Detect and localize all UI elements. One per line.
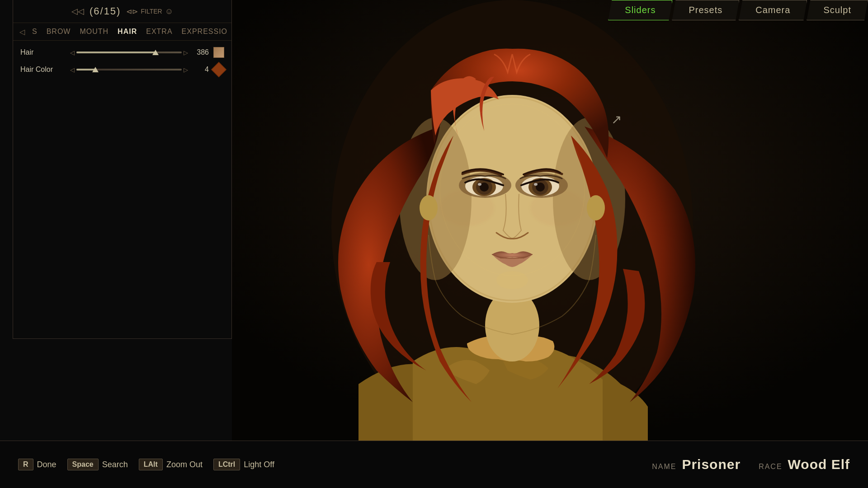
nav-sculpt-button[interactable]: Sculpt bbox=[807, 0, 868, 20]
character-race-value: Wood Elf bbox=[788, 457, 850, 472]
hair-color-slider-thumb[interactable] bbox=[92, 67, 99, 72]
character-portrait-svg bbox=[232, 0, 868, 441]
svg-point-22 bbox=[534, 183, 538, 186]
svg-point-23 bbox=[496, 271, 528, 289]
zoom-label: Zoom Out bbox=[166, 460, 203, 469]
hair-slider-label: Hair bbox=[20, 48, 66, 56]
filter-label[interactable]: FILTER bbox=[141, 8, 162, 15]
search-keybind: Space Search bbox=[67, 459, 128, 470]
tab-extra[interactable]: EXTRA bbox=[142, 27, 176, 37]
name-key-label: NAME bbox=[652, 463, 676, 471]
hair-color-slider-container: ◁ ▷ bbox=[70, 66, 188, 73]
character-background: ↗ bbox=[232, 0, 868, 441]
hair-slider-container: ◁ ▷ bbox=[70, 49, 188, 56]
sliders-area: Hair ◁ ▷ 386 Hair Color ◁ ▷ 4 bbox=[13, 41, 231, 88]
hair-slider-right-arrow[interactable]: ▷ bbox=[184, 49, 188, 56]
race-key-label: RACE bbox=[759, 463, 782, 471]
tab-hair[interactable]: HAIR bbox=[114, 27, 141, 37]
character-info-area: NAME Prisoner RACE Wood Elf bbox=[652, 457, 850, 472]
space-key: Space bbox=[67, 459, 99, 470]
svg-point-10 bbox=[587, 195, 605, 221]
tab-mouth[interactable]: MOUTH bbox=[76, 27, 112, 37]
done-label: Done bbox=[37, 460, 57, 469]
hair-color-slider-right-arrow[interactable]: ▷ bbox=[184, 66, 188, 73]
hair-slider-thumb[interactable] bbox=[152, 50, 159, 55]
nav-sliders-button[interactable]: Sliders bbox=[608, 0, 672, 20]
hair-slider-track[interactable] bbox=[76, 52, 182, 53]
character-name-value: Prisoner bbox=[682, 457, 741, 472]
nav-camera-button[interactable]: Camera bbox=[739, 0, 807, 20]
svg-point-9 bbox=[420, 195, 438, 221]
light-label: Light Off bbox=[244, 460, 274, 469]
done-keybind: R Done bbox=[18, 459, 57, 470]
hair-color-swatch bbox=[211, 62, 226, 77]
counter-header: ◁◁ (6/15) ⊲⊳ FILTER ☺ bbox=[13, 0, 231, 23]
filter-face-icon: ☺ bbox=[165, 7, 173, 16]
nav-presets-button[interactable]: Presets bbox=[672, 0, 739, 20]
counter-display: (6/15) bbox=[90, 5, 121, 17]
character-name-group: NAME Prisoner bbox=[652, 457, 741, 472]
hair-color-slider-row: Hair Color ◁ ▷ 4 bbox=[20, 64, 224, 75]
bottom-bar: R Done Space Search LAlt Zoom Out LCtrl … bbox=[0, 441, 868, 488]
hair-slider-value: 386 bbox=[193, 48, 209, 56]
top-nav: Sliders Presets Camera Sculpt bbox=[609, 0, 868, 20]
zoom-keybind: LAlt Zoom Out bbox=[139, 459, 203, 470]
character-race-group: RACE Wood Elf bbox=[759, 457, 850, 472]
left-panel: ◁◁ (6/15) ⊲⊳ FILTER ☺ ◁ S BROW MOUTH HAI… bbox=[13, 0, 232, 339]
lalt-key: LAlt bbox=[139, 459, 163, 470]
hair-slider-row: Hair ◁ ▷ 386 bbox=[20, 47, 224, 58]
hair-color-slider-value: 4 bbox=[193, 66, 209, 74]
hair-slider-left-arrow[interactable]: ◁ bbox=[70, 49, 75, 56]
svg-point-18 bbox=[478, 183, 481, 186]
light-keybind: LCtrl Light Off bbox=[213, 459, 274, 470]
tab-prev-arrow[interactable]: ◁ bbox=[18, 28, 27, 36]
hair-color-preview bbox=[213, 47, 224, 58]
tab-bar: ◁ S BROW MOUTH HAIR EXTRA EXPRESSIO ▷ bbox=[13, 23, 231, 41]
hair-color-slider-label: Hair Color bbox=[20, 66, 66, 74]
keybinds-area: R Done Space Search LAlt Zoom Out LCtrl … bbox=[18, 459, 652, 470]
tab-brow[interactable]: BROW bbox=[43, 27, 75, 37]
hair-color-slider-track[interactable] bbox=[76, 69, 182, 70]
tab-expression[interactable]: EXPRESSIO bbox=[178, 27, 231, 37]
filter-icon: ⊲⊳ bbox=[126, 7, 138, 16]
tab-s[interactable]: S bbox=[28, 27, 41, 37]
search-label: Search bbox=[102, 460, 128, 469]
filter-area: ⊲⊳ FILTER ☺ bbox=[126, 7, 173, 16]
lctrl-key: LCtrl bbox=[213, 459, 240, 470]
hair-color-slider-left-arrow[interactable]: ◁ bbox=[70, 66, 75, 73]
portrait-area: ↗ bbox=[232, 0, 868, 441]
prev-arrow-icon[interactable]: ◁◁ bbox=[71, 6, 84, 16]
r-key: R bbox=[18, 459, 33, 470]
